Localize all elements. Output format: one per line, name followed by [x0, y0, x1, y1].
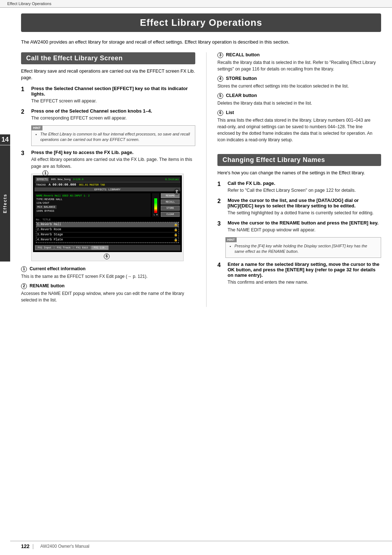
changing-step-3-number: 3 [217, 220, 225, 228]
lib-num-0: 1.Reverb Hall [37, 223, 61, 227]
screen-name-row: NAME:Reverb Hall USED AS:INPUT 1- 2 [36, 194, 150, 197]
screen-image-area: 1 EFFECT1 005.New_Song J=120.0 G.Initial… [31, 174, 184, 261]
hint-item-2: Pressing the [F4] key while holding the … [234, 243, 377, 255]
annot-item-4-body: Stores the current effect settings into … [217, 83, 381, 89]
annot-item-2-title: 2 RENAME button [21, 283, 195, 289]
lib-row-3: 4.Reverb Plate 🔒 [36, 238, 179, 243]
page-footer: 122 | AW2400 Owner's Manual [10, 541, 392, 549]
left-section-intro: Effect library save and recall operation… [21, 68, 195, 82]
step-3-number: 3 [21, 150, 28, 157]
side-tab-label: Effects [3, 194, 8, 213]
annot-item-2-body: Accesses the NAME EDIT popup window, whe… [21, 290, 195, 303]
two-column-layout: Call the Effect Library Screen Effect li… [21, 52, 381, 307]
step-2-number: 2 [21, 108, 28, 116]
step-1-bold: Press the Selected Channel section [EFFE… [31, 86, 188, 97]
changing-step-1-content: Call the FX Lib. page. Refer to "Call th… [228, 181, 381, 194]
hint-box-1: HINT The Effect Library is common to all… [31, 125, 195, 146]
changing-step-4-number: 4 [217, 262, 225, 269]
changing-step-2-content: Move the cursor to the list, and use the… [228, 198, 381, 216]
changing-step-3: 3 Move the cursor to the RENAME button a… [217, 220, 381, 234]
annot-circle-6-label: 6 [217, 110, 223, 116]
changing-step-2-number: 2 [217, 198, 225, 205]
step-2: 2 Press one of the Selected Channel sect… [21, 108, 195, 122]
changing-step-1-bold: Call the FX Lib. page. [228, 181, 275, 186]
step-1-body: The EFFECT screen will appear. [31, 98, 195, 105]
page-title: Effect Library Operations [28, 17, 374, 28]
screen-io-row: 1IN/2OUT [36, 202, 150, 204]
annot-item-4: 4 STORE button Stores the current effect… [217, 76, 381, 89]
changing-section: Changing Effect Library Names Here's how… [217, 154, 381, 286]
annot-item-4-title: 4 STORE button [217, 76, 381, 82]
screen-time: A 00:00:00.000 [49, 183, 76, 187]
step-3: 3 Press the [F4] key to access the FX Li… [21, 150, 195, 170]
lib-num-3: 4.Reverb Plate [37, 238, 63, 242]
changing-step-2-body: The setting highlighted by a dotted fram… [228, 210, 381, 216]
annot-circle-1-label: 1 [21, 266, 27, 272]
changing-step-2-bold: Move the cursor to the list, and use the… [228, 198, 359, 208]
annot-item-1: 1 Current effect information This is the… [21, 266, 195, 280]
hint-list-1: The Effect Library is common to all four… [35, 131, 191, 143]
changing-step-4-bold: Enter a name for the selected library se… [228, 262, 379, 278]
screen-initial: G.Initial [165, 178, 179, 181]
step-2-bold: Press one of the Selected Channel sectio… [31, 108, 152, 114]
screen-lib-list-area: No. TITLE 1.Reverb Hall 🔒 2.Reverb Room … [34, 218, 180, 244]
annot-item-5: 5 CLEAR button Deletes the library data … [217, 93, 381, 106]
screen-meter-label-lr: L R [154, 214, 158, 216]
screen-type-row: TYPE:REVERB HALL [36, 198, 150, 201]
page-number: 122 [21, 543, 29, 549]
screen-recall-btn[interactable]: RECALL [161, 199, 180, 204]
annot-item-3: 3 RECALL button Recalls the library data… [217, 52, 381, 72]
lib-num-1: 2.Reverb Room [37, 228, 61, 232]
step-3-content: Press the [F4] key to access the FX Lib.… [31, 150, 195, 170]
screen-tab-fx1-input[interactable]: FX1 Input [35, 246, 54, 250]
screen-store-btn[interactable]: STORE [161, 206, 180, 211]
changing-step-1: 1 Call the FX Lib. page. Refer to "Call … [217, 181, 381, 194]
annot-circle-2-label: 2 [21, 283, 27, 289]
side-tab: Effects [0, 145, 10, 262]
changing-step-3-bold: Move the cursor to the RENAME button and… [228, 220, 379, 226]
lib-icon-3: 🔒 [174, 238, 178, 242]
annot-item-3-body: Recalls the library data that is selecte… [217, 59, 381, 72]
screen-lib-list: 1.Reverb Hall 🔒 2.Reverb Room 🔒 3.Reverb… [36, 222, 179, 243]
screen-clear-btn[interactable]: CLEAR [161, 212, 180, 217]
annot-circle-6: 6 [104, 254, 110, 259]
screen-meter-bar [154, 198, 157, 213]
screen-tab-fx1-lib[interactable]: FX1 Lib. [91, 246, 109, 250]
changing-section-intro: Here's how you can change the names of t… [217, 170, 381, 177]
section-header-call: Call the Effect Library Screen [21, 52, 195, 64]
changing-step-1-number: 1 [217, 181, 225, 188]
lib-icon-2: 🔒 [174, 233, 178, 237]
annot-item-1-body: This is the same as the EFFECT screen FX… [21, 273, 195, 280]
step-1-content: Press the Selected Channel section [EFFE… [31, 86, 195, 105]
lib-row-1: 2.Reverb Room 🔒 [36, 227, 179, 232]
lib-num-2: 3.Reverb Stage [37, 233, 63, 237]
screen-top-bar: EFFECT1 005.New_Song J=120.0 G.Initial [34, 177, 180, 182]
annot-item-5-body: Deletes the library data that is selecte… [217, 100, 381, 106]
screen-mix-row: MIX BALANCE [36, 205, 57, 209]
main-content: Effect Library Operations The AW2400 pro… [10, 8, 392, 318]
screen-tab-fx1-edit[interactable]: FX1 Edit [74, 246, 91, 250]
screen-info-panel: NAME:Reverb Hall USED AS:INPUT 1- 2 TYPE… [35, 193, 151, 217]
screen-meter-label: MASTER TAB [90, 183, 105, 186]
screen-lib-title: EFFECT1 LIBRARY [34, 187, 180, 191]
page-title-box: Effect Library Operations [21, 13, 381, 32]
screen-fx-label: EFFECT1 [36, 178, 49, 181]
annot-circle-6-area: 6 [33, 254, 182, 259]
hint-item-1: The Effect Library is common to all four… [40, 131, 191, 143]
hint-label-1: HINT [31, 125, 42, 131]
intro-paragraph: The AW2400 provides an effect library fo… [21, 39, 366, 46]
annot-item-6-body: This area lists the effect data stored i… [217, 117, 381, 143]
top-bar: Effect Library Operations [0, 0, 392, 8]
left-column: Call the Effect Library Screen Effect li… [21, 52, 195, 307]
lib-icon-1: 🔒 [174, 228, 178, 232]
side-tab-number: 14 [0, 134, 10, 145]
section-header-changing: Changing Effect Library Names [217, 154, 381, 166]
screen-buttons-col: 2 RENAME RECALL STORE CLEAR [161, 193, 180, 217]
step-3-bold: Press the [F4] key to access the FX Lib.… [31, 150, 134, 155]
hint-label-2: HINT [225, 237, 237, 243]
annot-item-6-title: 6 List [217, 110, 381, 116]
screen-bpm: J=120.0 [73, 178, 83, 181]
screen-time-row: TRACK8 A 00:00:00.000 001.01 MASTER TAB [34, 182, 180, 187]
fake-screen: EFFECT1 005.New_Song J=120.0 G.Initial T… [33, 175, 182, 252]
screen-tab-fx1-track[interactable]: FX1 Track [54, 246, 73, 250]
